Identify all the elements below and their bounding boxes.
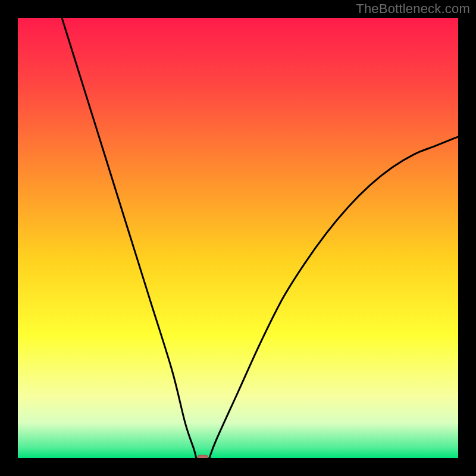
- optimum-marker: [198, 455, 208, 458]
- chart-frame: TheBottleneck.com: [0, 0, 476, 476]
- bottleneck-chart: [18, 18, 458, 458]
- watermark-text: TheBottleneck.com: [356, 1, 470, 17]
